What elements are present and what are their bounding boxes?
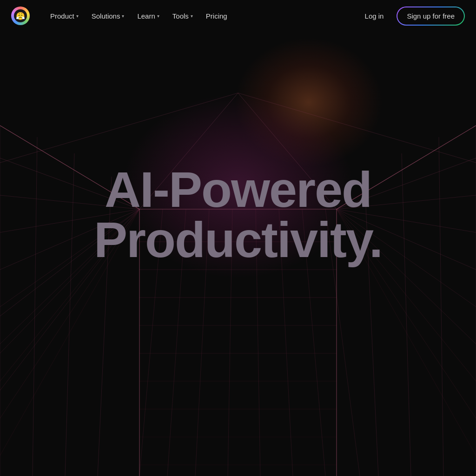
svg-line-51 — [238, 93, 476, 163]
nav-item-learn[interactable]: Learn▾ — [132, 8, 165, 24]
nav-item-tools-chevron-icon: ▾ — [191, 13, 193, 19]
nav-item-learn-label: Learn — [137, 12, 155, 20]
nav-item-solutions-label: Solutions — [92, 12, 120, 20]
nav-item-product-label: Product — [50, 12, 74, 20]
hero-text: AI-Powered Productivity. — [94, 165, 382, 265]
nav-actions: Log in Sign up for free — [359, 7, 465, 26]
navbar: 😤 Product▾Solutions▾Learn▾Tools▾Pricing … — [0, 0, 476, 32]
hero-heading-line2: Productivity. — [94, 215, 382, 265]
nav-links: Product▾Solutions▾Learn▾Tools▾Pricing — [45, 8, 359, 24]
nav-item-product-chevron-icon: ▾ — [76, 13, 79, 19]
svg-line-28 — [439, 137, 443, 476]
login-button[interactable]: Log in — [359, 8, 390, 24]
svg-line-12 — [65, 153, 74, 476]
nav-item-solutions[interactable]: Solutions▾ — [86, 8, 130, 24]
glow-top-right — [234, 37, 383, 167]
logo-circle[interactable]: 😤 — [11, 7, 30, 25]
nav-item-product[interactable]: Product▾ — [45, 8, 84, 24]
svg-line-29 — [402, 153, 411, 476]
nav-item-solutions-chevron-icon: ▾ — [122, 13, 124, 19]
logo-inner: 😤 — [14, 9, 27, 22]
logo-face-icon: 😤 — [16, 12, 25, 20]
nav-item-tools[interactable]: Tools▾ — [167, 8, 198, 24]
hero-section: .grid-line { stroke-width: 0.8; opacity:… — [0, 0, 476, 476]
hero-heading-line1: AI-Powered — [94, 165, 382, 215]
nav-item-pricing[interactable]: Pricing — [200, 8, 233, 24]
nav-item-learn-chevron-icon: ▾ — [157, 13, 159, 19]
hero-heading: AI-Powered Productivity. — [94, 165, 382, 265]
nav-item-tools-label: Tools — [172, 12, 189, 20]
svg-line-11 — [33, 137, 37, 476]
svg-line-49 — [0, 93, 238, 163]
logo[interactable]: 😤 — [11, 7, 30, 25]
signup-button[interactable]: Sign up for free — [397, 7, 465, 26]
nav-item-pricing-label: Pricing — [206, 12, 227, 20]
